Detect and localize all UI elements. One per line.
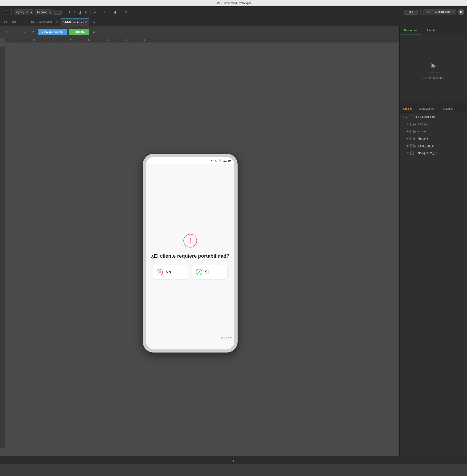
gear-settings-btn[interactable]: ⚙ [91,29,97,35]
outline-item-ahorro1[interactable]: 👁 ▶ ahorro_1 [400,121,467,128]
ui-chevron-icon: ▾ [452,11,454,14]
expand-arrow-ahorro[interactable]: ▶ [415,130,417,133]
checkbox-ahorro1[interactable] [410,122,414,126]
toolbar-sep-6 [121,9,121,15]
tab-close-2[interactable]: ✕ [56,21,58,24]
more-tabs-btn[interactable]: » [91,19,96,25]
align-btn[interactable]: ≡ [83,10,88,15]
expand-arrow-root[interactable]: ▾ [406,116,409,118]
expand-arrow-ahorro1[interactable]: ▶ [415,123,417,125]
no-item-text: No item selected [422,76,444,80]
bold-btn[interactable]: B [66,10,71,15]
no-button[interactable]: ✕ No [153,265,188,280]
expand-arrow-group8[interactable]: ▶ [415,137,417,140]
si-label: Si [205,270,209,275]
checkbox-ahorro[interactable] [410,130,414,133]
expand-btn[interactable]: ⤢ [29,29,36,35]
device-icon-btn[interactable]: 📱 [3,10,9,15]
align-tools-btn[interactable]: ⊟ [123,10,128,15]
ruler-vertical [0,47,4,448]
title-bar: JiM - Justinmind Prototyper [0,0,467,6]
checkbox-background10[interactable] [410,151,414,155]
phone-outer: ▼ ▲ 🔋 12:30 ! ¿El cliente requiere porta… [143,154,238,353]
si-button[interactable]: ✓ Si [192,265,228,280]
zoom-level-label: 100% [406,11,413,14]
tab-04-1-portabilidad[interactable]: 04-1-Portabilidad ✕ [61,18,89,26]
bottom-up-btn[interactable]: ▲ [232,459,235,462]
svg-point-3 [434,104,435,104]
main-layout: ⌂ ← → ⤢ View on device Simulate ⚙ -100 0… [0,26,467,456]
outline-tab[interactable]: Outline [400,105,415,113]
tab-label-1: 01-5-TDD [4,21,16,24]
expand-arrow-statusbar5[interactable]: ▶ [415,145,417,147]
avatar-initial: D [460,10,462,14]
tab-01-5-tdd[interactable]: 01-5-TDD ✕ [2,18,29,26]
tab-close-3[interactable]: ✕ [85,21,87,24]
signal-icon: ▲ [215,159,217,162]
eye-icon-group8[interactable]: 👁 [406,137,409,140]
variables-tab[interactable]: Variables [439,105,457,113]
bottom-bar: ▲ [0,456,467,464]
svg-point-2 [433,104,434,104]
phone-status-bar: ▼ ▲ 🔋 12:30 [146,157,234,164]
device-icon-root: 📱 [409,115,413,119]
underline-btn[interactable]: U [77,10,82,15]
outline-item-group8[interactable]: 👁 ▶ Group_8 [400,135,467,142]
forward-btn[interactable]: → [20,29,27,35]
outline-item-root[interactable]: 👁 ▾ 📱 04-1-Portabilidad [400,113,467,121]
outline-label-root: 04-1-Portabilidad [414,115,465,119]
tab-04-3-portabilidad[interactable]: 04-3-Portabilidad ... ✕ [29,18,61,26]
toolbar-sep-2 [64,9,64,15]
device-icon: 📱 [4,10,8,14]
eye-icon-background10[interactable]: 👁 [406,151,409,155]
font-color-btn[interactable]: A [93,10,97,15]
ruler-mark-100: 100 [52,39,55,41]
checkbox-statusbar5[interactable] [410,144,414,148]
user-interface-label: USER INTERFACE [426,11,451,14]
outline-item-background10[interactable]: 👁 ▶ Background_10 [400,150,467,157]
tab-nav-area: » [90,18,98,26]
phone-inner: ▼ ▲ 🔋 12:30 ! ¿El cliente requiere porta… [146,157,234,349]
cursor-icon [431,63,436,69]
outline-item-ahorro[interactable]: 👁 ▶ ahorro [400,128,467,135]
italic-btn[interactable]: I [72,10,76,15]
font-family-select[interactable]: Ageng Sa [14,10,33,15]
user-avatar[interactable]: D [458,9,464,15]
tab-close-1[interactable]: ✕ [24,21,26,24]
warning-icon: ! [183,234,197,247]
outline-item-statusbar5[interactable]: 👁 ▶ status_bar_5 [400,142,467,150]
eye-icon-ahorro1[interactable]: 👁 [406,122,409,126]
eye-icon-ahorro[interactable]: 👁 [406,130,409,133]
panel-resize-handle[interactable] [400,103,467,105]
eye-icon-root[interactable]: 👁 [401,115,405,119]
status-time: 12:30 [223,159,231,162]
no-icon: ✕ [156,269,163,275]
font-weight-select[interactable]: Regular [35,10,52,15]
phone-content: ! ¿El cliente requiere portabilidad? ✕ N… [146,164,234,349]
properties-tab[interactable]: Properties [400,26,422,35]
right-panel: Properties Events No item selected [399,26,467,456]
tab-label-2: 04-3-Portabilidad ... [31,21,55,24]
simulate-btn[interactable]: Simulate [69,29,89,35]
back-btn[interactable]: ← [11,29,18,35]
eyedropper-btn[interactable]: 💧 [112,10,118,15]
outline-label-group8: Group_8 [418,137,465,140]
toolbar-right: 100% ▾ USER INTERFACE ▾ D [404,9,464,15]
view-on-device-label: View on device [42,30,63,34]
font-size-input[interactable] [53,10,62,15]
zoom-control[interactable]: 100% ▾ [404,10,418,15]
outline-tabs: Outline Data Masters Variables [400,105,467,113]
user-interface-btn[interactable]: USER INTERFACE ▾ [423,10,456,15]
outline-label-statusbar5: status_bar_5 [418,144,465,148]
no-item-area: No item selected [400,35,467,103]
checkbox-group8[interactable] [410,137,414,140]
eye-icon-statusbar5[interactable]: 👁 [406,144,409,148]
svg-marker-0 [432,63,436,68]
canvas-area[interactable]: ⌂ ← → ⤢ View on device Simulate ⚙ -100 0… [0,26,399,456]
data-masters-tab[interactable]: Data Masters [415,105,439,113]
panel-tabs: Properties Events [400,26,467,35]
events-tab[interactable]: Events [422,26,440,35]
pen-btn[interactable]: ✏ [102,10,107,15]
view-on-device-btn[interactable]: View on device [38,29,67,35]
home-btn[interactable]: ⌂ [4,29,10,35]
